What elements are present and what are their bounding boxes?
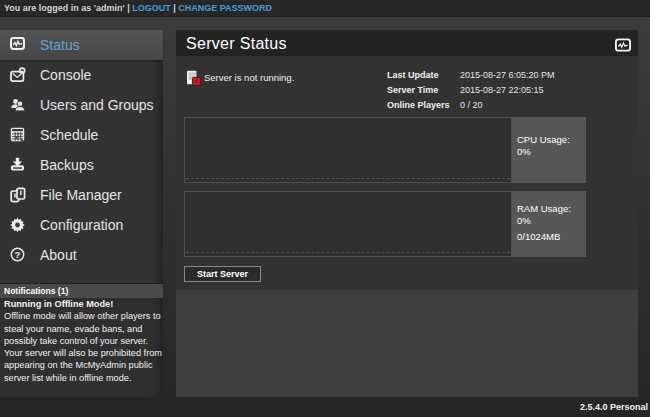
svg-text:?: ? [15,249,21,260]
